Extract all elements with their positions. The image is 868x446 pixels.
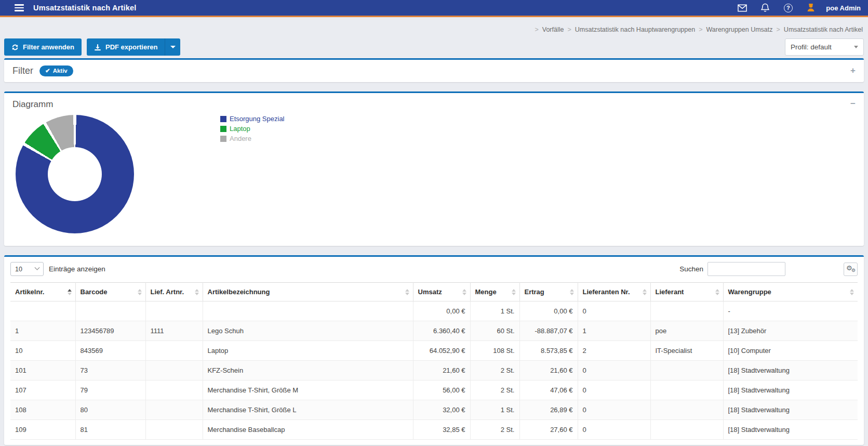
profile-select[interactable]: Profil: default (785, 38, 864, 56)
table-cell: 73 (75, 361, 145, 381)
table-cell (75, 301, 145, 321)
table-cell: 108 (10, 400, 75, 420)
column-header-label: Umsatz (418, 288, 442, 296)
column-header-menge[interactable]: Menge (470, 283, 519, 301)
table-cell: [18] Stadtverwaltung (723, 420, 858, 440)
legend-swatch (220, 136, 226, 142)
table-cell: 64.052,90 € (413, 341, 470, 361)
column-header-label: Menge (475, 288, 497, 296)
table-cell: 32,00 € (413, 400, 470, 420)
expand-panel-icon[interactable]: + (850, 66, 856, 75)
table-cell: 81 (75, 420, 145, 440)
page-length-value: 10 (15, 266, 22, 273)
table-cell: 1 St. (470, 400, 519, 420)
user-icon[interactable] (806, 3, 816, 12)
table-cell: 0 (578, 381, 650, 400)
breadcrumb-separator: > (567, 26, 571, 33)
table-cell: Merchandise Baseballcap (203, 420, 413, 440)
table-cell: 108 St. (470, 341, 519, 361)
table-cell: 0 (578, 420, 650, 440)
table-cell: [13] Zubehör (723, 321, 858, 341)
column-header-lieferanten-nr[interactable]: Lieferanten Nr. (578, 283, 650, 301)
table-row: 10843569Laptop64.052,90 €108 St.8.573,85… (10, 341, 858, 361)
pdf-export-dropdown-toggle[interactable] (165, 38, 180, 56)
sync-icon (11, 44, 19, 51)
breadcrumb-separator: > (535, 26, 538, 33)
page-title: Umsatzstatistik nach Artikel (33, 4, 136, 12)
chevron-down-icon (170, 46, 176, 48)
column-header-warengruppe[interactable]: Warengruppe (723, 283, 858, 301)
column-header-label: Artikelnr. (15, 288, 44, 296)
collapse-panel-icon[interactable]: − (850, 99, 856, 108)
table-cell: 123456789 (75, 321, 145, 341)
apply-filter-button[interactable]: Filter anwenden (4, 38, 82, 56)
table-row: 11234567891111Lego Schuh6.360,40 €60 St.… (10, 321, 858, 341)
logged-in-user[interactable]: poe Admin (826, 4, 861, 12)
breadcrumb-item[interactable]: Umsatzstatistik nach Hauptwarengruppen (575, 26, 695, 33)
table-cell: poe (650, 321, 723, 341)
table-cell: IT-Specialist (650, 341, 723, 361)
cogs-icon: ⚙ (851, 268, 856, 273)
column-header-umsatz[interactable]: Umsatz (413, 283, 470, 301)
table-cell: 80 (75, 400, 145, 420)
table-cell: 1 St. (470, 301, 519, 321)
breadcrumb-item[interactable]: Vorfälle (542, 26, 564, 33)
apply-filter-label: Filter anwenden (23, 43, 74, 51)
table-cell: 2 (578, 341, 650, 361)
table-cell: 21,60 € (413, 361, 470, 381)
help-icon[interactable]: ? (783, 3, 793, 12)
legend-item[interactable]: Laptop (220, 124, 285, 134)
table-cell: 2 St. (470, 361, 519, 381)
table-cell (10, 301, 75, 321)
legend-label: Etsorgung Spezial (230, 115, 285, 123)
table-cell: 843569 (75, 341, 145, 361)
pdf-export-button[interactable]: PDF exportieren (87, 38, 165, 56)
column-header-lief-artnr[interactable]: Lief. Artnr. (145, 283, 203, 301)
table-cell (145, 341, 203, 361)
column-header-barcode[interactable]: Barcode (75, 283, 145, 301)
column-header-ertrag[interactable]: Ertrag (519, 283, 578, 301)
search-input[interactable] (707, 262, 785, 276)
column-settings-button[interactable]: ⚙ ⚙ (844, 263, 858, 276)
table-panel: 10 Einträge anzeigen Suchen ⚙ ⚙ Artikeln… (4, 255, 864, 445)
table-cell: Merchandise T-Shirt, Größe M (203, 381, 413, 400)
breadcrumb-item: Umsatzstatistik nach Artikel (784, 26, 863, 33)
donut-chart[interactable] (16, 115, 134, 233)
sort-arrows-icon (138, 289, 142, 295)
check-icon: ✔ (45, 67, 50, 74)
legend-item[interactable]: Andere (220, 134, 285, 143)
mail-icon[interactable] (738, 3, 747, 12)
table-cell: 27,60 € (519, 420, 578, 440)
filter-panel: Filter ✔ Aktiv + (4, 58, 864, 82)
chevron-down-icon (854, 46, 858, 48)
column-header-artikelbezeichnung[interactable]: Artikelbezeichnung (203, 283, 413, 301)
table-cell (145, 301, 203, 321)
column-header-lieferant[interactable]: Lieferant (650, 283, 723, 301)
hamburger-menu-icon[interactable] (15, 4, 24, 11)
table-cell: - (723, 301, 858, 321)
sort-arrows-icon (643, 289, 647, 295)
table-cell: 0,00 € (413, 301, 470, 321)
breadcrumb-item[interactable]: Warengruppen Umsatz (706, 26, 772, 33)
table-row: 10880Merchandise T-Shirt, Größe L32,00 €… (10, 400, 858, 420)
table-cell: 79 (75, 381, 145, 400)
table-cell: 26,89 € (519, 400, 578, 420)
table-cell (650, 361, 723, 381)
table-cell (650, 381, 723, 400)
table-row: 10981Merchandise Baseballcap32,85 €2 St.… (10, 420, 858, 440)
table-cell: Lego Schuh (203, 321, 413, 341)
legend-item[interactable]: Etsorgung Spezial (220, 114, 285, 124)
column-header-label: Lieferant (656, 288, 684, 296)
table-cell (203, 301, 413, 321)
page-length-select[interactable]: 10 (10, 262, 44, 276)
sort-arrows-icon (850, 289, 854, 295)
sort-arrows-icon (462, 289, 466, 295)
table-cell: 32,85 € (413, 420, 470, 440)
column-header-artikelnr[interactable]: Artikelnr. (10, 283, 75, 301)
table-cell (145, 400, 203, 420)
bell-icon[interactable] (760, 3, 770, 12)
table-cell: 1111 (145, 321, 203, 341)
toolbar: Filter anwenden PDF exportieren Profil: … (4, 38, 864, 56)
table-cell: 0 (578, 361, 650, 381)
table-cell: Laptop (203, 341, 413, 361)
